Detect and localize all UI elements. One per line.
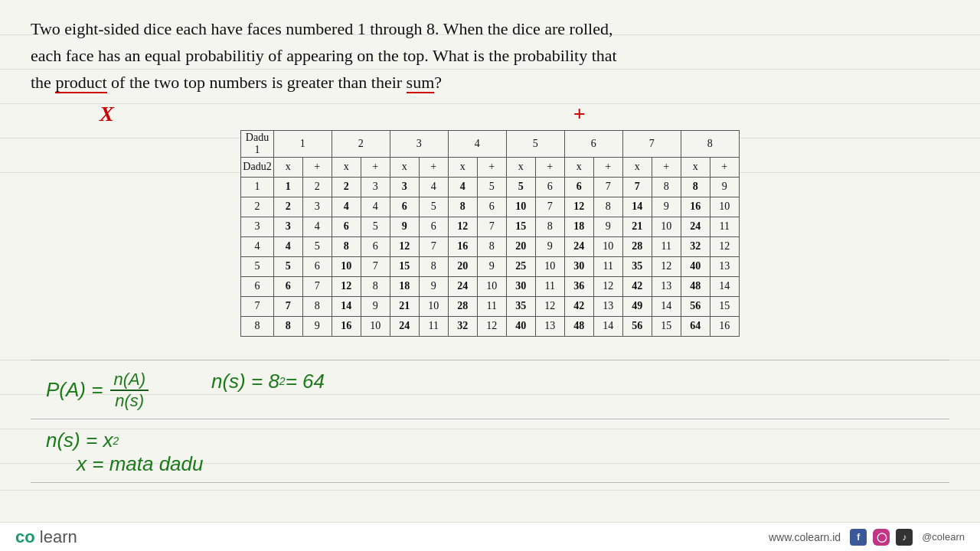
row-label: 8	[241, 316, 273, 336]
col-header-5: 5	[506, 130, 564, 157]
fraction-denominator: n(s)	[112, 391, 147, 411]
row-label: 4	[241, 236, 273, 256]
table-row: 3 34 65 96 127 158 189 2110 2411	[241, 217, 739, 236]
table-row: 7 78 149 2110 2811 3512 4213 4914 5615	[241, 296, 739, 316]
table-wrapper: Dadu 1 1 2 3 4 5 6 7 8 Dadu2 x+ x+ x+ x+…	[31, 130, 949, 337]
col-header-4: 4	[448, 130, 506, 157]
sub-plus-6: +	[593, 157, 622, 177]
question-product-underline: product	[55, 73, 106, 93]
instagram-icon: ◯	[873, 529, 890, 546]
exponent-2: 2	[279, 375, 286, 387]
row-label: 1	[241, 177, 273, 197]
sub-x-7: x	[622, 157, 652, 177]
annotation-row: X +	[31, 103, 949, 126]
sub-x-3: x	[390, 157, 419, 177]
question-line3-part2: of the two top numbers is greater than t…	[107, 73, 407, 92]
sub-plus-2: +	[361, 157, 390, 177]
website-url: www.colearn.id	[769, 531, 841, 543]
question-sum-underline: sum	[407, 73, 435, 93]
math-section: P(A) = n(A) n(s) n(s) = 82 = 64 n(s) = x…	[31, 349, 949, 484]
rule-2	[31, 419, 949, 419]
sub-x-4: x	[448, 157, 477, 177]
bottom-bar: co learn www.colearn.id f ◯ ♪ @colearn	[0, 522, 980, 551]
fraction: n(A) n(s)	[110, 370, 149, 412]
exponent-2b: 2	[113, 435, 119, 447]
col-header-6: 6	[564, 130, 622, 157]
col-header-1: 1	[273, 130, 332, 157]
x-annotation: X	[100, 102, 114, 126]
tiktok-icon: ♪	[896, 529, 913, 546]
sub-x-6: x	[564, 157, 593, 177]
table-header-dadu1: Dadu 1	[241, 130, 273, 157]
row-label: 6	[241, 276, 273, 296]
row-label: 5	[241, 256, 273, 276]
sub-plus-3: +	[419, 157, 448, 177]
col-header-7: 7	[622, 130, 681, 157]
x-def-text: x = mata dadu	[77, 452, 204, 475]
ns-formula-equals: = 64	[286, 370, 325, 393]
row-label: 3	[241, 217, 273, 236]
col-header-8: 8	[681, 130, 739, 157]
row-label: 2	[241, 197, 273, 217]
ns-x-text: n(s) = x	[46, 429, 113, 452]
facebook-icon: f	[850, 529, 867, 546]
table-row: 5 56 107 158 209 2510 3011 3512 4013	[241, 256, 739, 276]
col-header-3: 3	[390, 130, 448, 157]
probability-table: Dadu 1 1 2 3 4 5 6 7 8 Dadu2 x+ x+ x+ x+…	[240, 130, 739, 337]
table-header-row1: Dadu 1 1 2 3 4 5 6 7 8	[241, 130, 739, 157]
col-header-2: 2	[332, 130, 390, 157]
table-row: 1 12 23 34 45 56 67 78 89	[241, 177, 739, 197]
sub-plus-7: +	[652, 157, 681, 177]
table-header-row2: Dadu2 x+ x+ x+ x+ x+ x+ x+ x+	[241, 157, 739, 177]
colearn-logo: co learn	[15, 527, 77, 547]
prob-formula-label: P(A) =	[46, 378, 103, 402]
ns-formula-text: n(s) = 8	[211, 370, 279, 393]
sub-x-8: x	[681, 157, 710, 177]
table-row: 2 23 44 65 86 107 128 149 1610	[241, 197, 739, 217]
sub-plus-4: +	[477, 157, 506, 177]
table-row: 6 67 128 189 2410 3011 3612 4213 4814	[241, 276, 739, 296]
ns-x-formula-block: n(s) = x2	[46, 429, 934, 452]
question-line3-part1: the	[31, 73, 55, 92]
social-icons: f ◯ ♪	[850, 529, 913, 546]
social-handle: @colearn	[922, 531, 965, 543]
sub-x-5: x	[506, 157, 535, 177]
table-header-dadu2: Dadu2	[241, 157, 273, 177]
x-def-block: x = mata dadu	[46, 452, 934, 476]
plus-annotation: +	[573, 102, 586, 126]
main-container: Two eight-sided dice each have faces num…	[0, 0, 980, 551]
question-line3-end: ?	[434, 73, 442, 92]
sub-plus-8: +	[710, 157, 739, 177]
row-label: 7	[241, 296, 273, 316]
fraction-numerator: n(A)	[110, 370, 149, 391]
question-line1: Two eight-sided dice each have faces num…	[31, 19, 612, 38]
rule-1	[31, 360, 949, 360]
question-text: Two eight-sided dice each have faces num…	[31, 15, 949, 96]
ns-formula-block: n(s) = 82 = 64	[211, 370, 325, 393]
table-row: 8 89 1610 2411 3212 4013 4814 5615 6416	[241, 316, 739, 336]
rule-3	[31, 482, 949, 483]
bottom-right: www.colearn.id f ◯ ♪ @colearn	[769, 529, 965, 546]
sub-plus-5: +	[535, 157, 564, 177]
sub-x-1: x	[273, 157, 302, 177]
sub-plus-1: +	[302, 157, 332, 177]
table-row: 4 45 86 127 168 209 2410 2811 3212	[241, 236, 739, 256]
sub-x-2: x	[332, 157, 361, 177]
question-line2: each face has an equal probabilitiy of a…	[31, 46, 617, 65]
prob-formula-block: P(A) = n(A) n(s)	[46, 370, 150, 412]
